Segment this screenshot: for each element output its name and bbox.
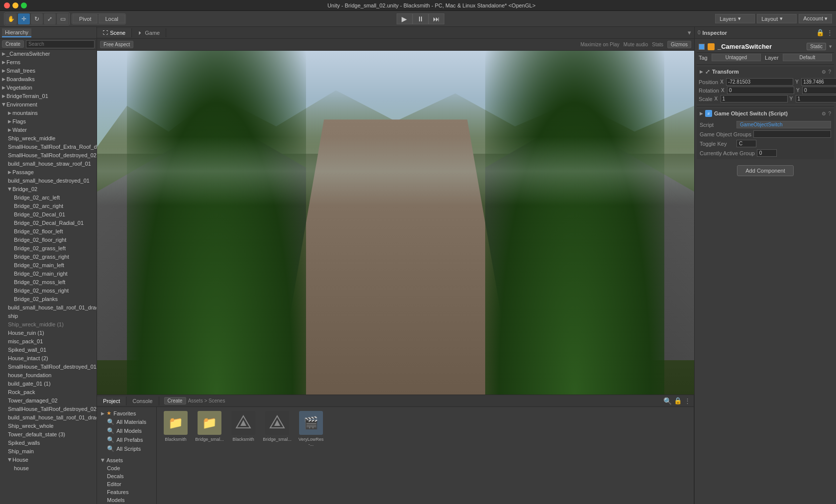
list-item[interactable]: Rock_pack [0,388,97,397]
close-button[interactable] [4,2,10,8]
menu-icon[interactable]: ⋮ [684,397,691,405]
scale-y-input[interactable] [796,95,836,102]
project-tab[interactable]: Project [97,397,126,405]
all-models-item[interactable]: 🔍 All Models [99,426,154,435]
code-folder-item[interactable]: Code [99,464,154,472]
editor-folder-item[interactable]: Editor [99,480,154,488]
tag-dropdown[interactable]: Untagged [712,54,761,61]
gizmos-button[interactable]: Gizmos [667,41,691,48]
list-item[interactable]: Bridge_02_grass_left [0,244,97,253]
list-item[interactable]: house [0,464,97,473]
rotate-tool-button[interactable]: ↻ [31,13,43,24]
scene-tab[interactable]: ⛶ Scene [97,28,132,37]
list-item[interactable]: ▶Water [0,126,97,134]
list-item[interactable]: build_small_house_tall_roof_01_dragon... [0,413,97,422]
list-item[interactable]: ▶Flags [0,117,97,126]
list-item[interactable]: ▶Small_trees [0,67,97,75]
list-item[interactable]: Bridge_02_planks [0,295,97,303]
layout-dropdown[interactable]: Layout ▾ [757,14,797,23]
list-item[interactable]: ▶Boardwalks [0,75,97,84]
list-item[interactable]: build_small_house_tall_roof_01_dragon... [0,303,97,312]
list-item[interactable]: Bridge_02_floor_right [0,236,97,244]
minimize-button[interactable] [12,2,18,8]
free-aspect-button[interactable]: Free Aspect [100,41,133,48]
list-item[interactable]: ship [0,312,97,320]
list-item[interactable]: House_ruin (1) [0,329,97,337]
file-item[interactable]: Blacksmith [228,411,258,447]
scale-tool-button[interactable]: ⤢ [44,13,56,24]
list-item[interactable]: Ship_main [0,447,97,456]
game-tab[interactable]: ⏵ Game [132,28,166,37]
add-component-button[interactable]: Add Component [737,165,794,176]
all-materials-item[interactable]: 🔍 All Materials [99,417,154,426]
viewport-collapse-button[interactable]: ▾ [685,29,694,36]
go-color-icon[interactable] [708,43,715,50]
list-item[interactable]: Bridge_02_moss_right [0,287,97,295]
layers-dropdown[interactable]: Layers ▾ [715,14,755,23]
inspector-lock-icon[interactable]: 🔒 [816,29,825,36]
script-settings-icon[interactable]: ⚙ [822,111,826,116]
list-item[interactable]: Tower_default_state (3) [0,430,97,439]
pause-button[interactable]: ⏸ [413,13,428,24]
play-button[interactable]: ▶ [397,13,413,24]
file-item[interactable]: 📁 Blacksmith [161,411,191,447]
list-item[interactable]: SmallHouse_TallRoof_destroyed_02 [0,151,97,160]
list-item[interactable]: Bridge_02_moss_left [0,278,97,287]
scene-viewport[interactable] [97,51,694,395]
pos-x-input[interactable] [726,78,793,86]
console-tab[interactable]: Console [126,397,159,405]
account-dropdown[interactable]: Account ▾ [799,14,832,23]
pos-y-input[interactable] [801,78,836,86]
list-item[interactable]: Tower_damaged_02 [0,397,97,405]
list-item[interactable]: ▶mountains [0,109,97,117]
list-item[interactable]: House_intact (2) [0,354,97,363]
list-item[interactable]: ▶Vegetation [0,84,97,92]
hierarchy-create-button[interactable]: Create [2,40,24,48]
list-item[interactable]: Ship_wreck_middle [0,134,97,143]
list-item[interactable]: misc_pack_01 [0,337,97,346]
layer-dropdown[interactable]: Default [783,54,832,61]
list-item[interactable]: Ship_wreck_whole [0,422,97,430]
groups-input[interactable] [753,130,831,138]
rect-tool-button[interactable]: ▭ [57,13,69,24]
list-item[interactable]: ▶House [0,456,97,464]
transform-menu-icon[interactable]: ⚙ [822,69,826,75]
assets-root-item[interactable]: ▶ Assets [99,456,154,464]
list-item[interactable]: Bridge_02_arc_left [0,194,97,202]
list-item[interactable]: SmallHouse_TallRoof_Extra_Roof_dama... [0,143,97,151]
script-component-header[interactable]: ▶ # Game Object Switch (Script) ⚙ ? [697,108,834,118]
list-item[interactable]: ▶Passage [0,168,97,177]
list-item[interactable]: Bridge_02_Decal_Radial_01 [0,219,97,227]
project-create-button[interactable]: Create [164,397,186,404]
rot-y-input[interactable] [802,87,836,94]
list-item[interactable]: Spiked_walls [0,439,97,447]
step-button[interactable]: ⏭ [428,13,444,24]
list-item[interactable]: ▶BridgeTerrain_01 [0,92,97,101]
models-folder-item[interactable]: Models [99,496,154,504]
list-item[interactable]: Bridge_02_main_right [0,270,97,278]
hierarchy-tab[interactable]: Hierarchy [2,28,31,37]
list-item[interactable]: SmallHouse_TallRoof_destroyed_01 (1) [0,363,97,371]
list-item[interactable]: build_small_house_straw_roof_01 [0,160,97,168]
local-button[interactable]: Local [99,14,124,23]
list-item[interactable]: build_small_house_destroyed_01 [0,177,97,185]
list-item[interactable]: Bridge_02_Decal_01 [0,210,97,219]
file-item[interactable]: 📁 Bridge_smal... [195,411,224,447]
favorites-item[interactable]: ▶ ★ Favorites [99,409,154,417]
list-item[interactable]: ▶Ferns [0,58,97,67]
decals-folder-item[interactable]: Decals [99,472,154,480]
all-scripts-item[interactable]: 🔍 All Scripts [99,444,154,453]
window-controls[interactable] [4,2,27,8]
transform-header[interactable]: ▶ ⤢ Transform ⚙ ? [697,67,834,77]
list-item[interactable]: house_foundation [0,371,97,380]
rot-x-input[interactable] [727,87,794,94]
list-item[interactable]: Spiked_wall_01 [0,346,97,354]
file-item[interactable]: Bridge_smal... [262,411,292,447]
inspector-menu-icon[interactable]: ⋮ [827,29,833,36]
list-item[interactable]: Bridge_02_grass_right [0,253,97,261]
search-icon[interactable]: 🔍 [663,397,672,405]
toggle-key-input[interactable] [736,140,756,147]
scale-x-input[interactable] [721,95,788,102]
list-item[interactable]: Bridge_02_floor_left [0,227,97,236]
lock-icon[interactable]: 🔒 [674,397,682,405]
